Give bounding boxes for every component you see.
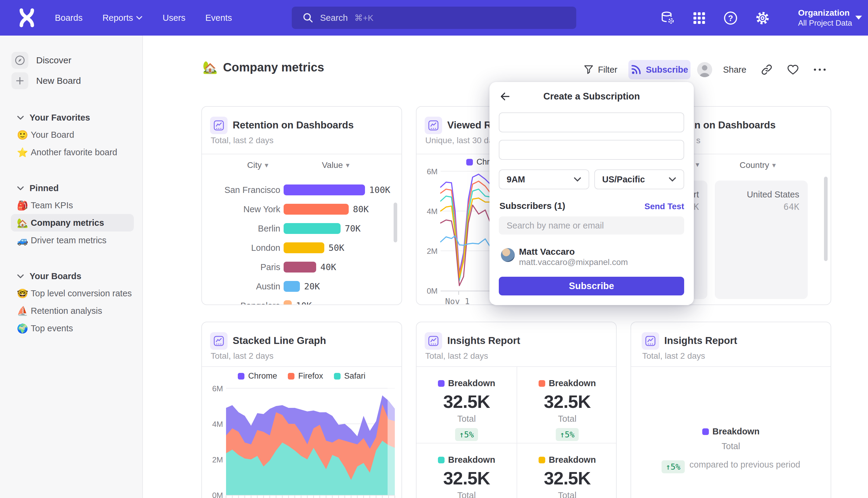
filter-label: Filter (598, 65, 617, 75)
breakdown-cell-united-states[interactable]: United States 64K (715, 181, 808, 299)
grid-divider-horizontal (416, 443, 616, 443)
search-shortcut: ⌘+K (355, 13, 373, 23)
subscribe-label: Subscribe (646, 65, 688, 75)
stacked-area-chart (202, 322, 402, 498)
mixpanel-logo[interactable] (17, 7, 37, 29)
sidebar-item-retention-analysis[interactable]: ⛵Retention analysis (11, 302, 134, 319)
row-value: 20K (304, 281, 320, 291)
column-header-clipped[interactable]: ▾ (696, 160, 699, 169)
nav-item-events[interactable]: Events (205, 13, 232, 23)
board-emoji: 🤓 (17, 288, 31, 299)
table-row-berlin[interactable]: Berlin70K (202, 219, 402, 238)
row-label: London (202, 243, 280, 253)
metric-value: 32.5K (443, 391, 490, 412)
sidebar-item-label: Company metrics (31, 218, 104, 228)
table-row-paris[interactable]: Paris40K (202, 258, 402, 277)
sidebar-section-pinned: Pinned🎒Team KPIs🏡Company metrics🚙Driver … (0, 180, 142, 249)
nav-item-boards[interactable]: Boards (55, 13, 83, 23)
copy-link-button[interactable] (761, 60, 773, 79)
metric-breakdown-1: Breakdown32.5KTotal↑5% (416, 378, 517, 441)
sidebar-section-your-favorites: Your Favorites🙂Your Board⭐Another favori… (0, 109, 142, 161)
card-scrollbar[interactable] (393, 202, 397, 243)
value-bar (284, 243, 324, 253)
sidebar-item-driver-team-metrics[interactable]: 🚙Driver team metrics (11, 232, 134, 249)
card-scrollbar[interactable] (824, 176, 828, 261)
sidebar-item-company-metrics[interactable]: 🏡Company metrics (11, 214, 134, 232)
filter-icon (584, 65, 594, 75)
sidebar-item-top-level-conversion-rates[interactable]: 🤓Top level conversion rates (11, 285, 134, 302)
table-row-san-francisco[interactable]: San Francisco100K (202, 180, 402, 199)
sidebar-item-label: Retention analysis (31, 306, 102, 316)
subscribe-button[interactable]: Subscribe (628, 60, 691, 79)
metric-sub: Total (558, 414, 576, 424)
ellipsis-icon (813, 64, 827, 76)
report-chart-icon (642, 332, 659, 350)
nav-item-users[interactable]: Users (162, 13, 185, 23)
timezone-select[interactable]: US/Pacific (595, 169, 684, 189)
value-bar (284, 262, 316, 273)
divider (631, 366, 831, 367)
time-select[interactable]: 9AM (499, 169, 589, 189)
sidebar-item-label: Discover (36, 55, 71, 65)
metric-sub: Total (558, 490, 576, 498)
subscriber-search-input[interactable] (499, 217, 684, 235)
sidebar-item-top-events[interactable]: 🌍Top events (11, 319, 134, 337)
metric-value: 32.5K (544, 391, 590, 412)
metric-value: 32.5K (544, 468, 590, 489)
channel-tabs (499, 113, 684, 132)
row-label: Berlin (202, 224, 280, 234)
org-switcher[interactable]: Organization All Project Data (798, 8, 858, 28)
favorite-button[interactable] (787, 60, 799, 79)
board-emoji: 🎒 (17, 200, 31, 211)
legend-swatch (538, 380, 545, 387)
table-row-new-york[interactable]: New York80K (202, 199, 402, 219)
row-value: 10K (296, 301, 312, 305)
sidebar-item-label: Your Board (31, 130, 74, 140)
sidebar-item-another-favorite-board[interactable]: ⭐Another favorite board (11, 144, 134, 161)
column-header-value[interactable]: Value▾ (322, 160, 350, 170)
sidebar-section-header-your-boards[interactable]: Your Boards (17, 268, 142, 285)
compass-icon (12, 52, 28, 69)
metric-breakdown-total: Breakdown Total ↑5% compared to previous… (631, 427, 831, 473)
sidebar-item-discover[interactable]: Discover (12, 51, 142, 70)
metric-sub: Total (722, 441, 740, 451)
nav-item-reports[interactable]: Reports (103, 13, 143, 23)
subscribe-submit-button[interactable]: Subscribe (499, 277, 684, 296)
sidebar-section-header-your-favorites[interactable]: Your Favorites (17, 109, 142, 126)
metric-label: Breakdown (438, 378, 495, 388)
row-value: 100K (369, 185, 390, 195)
org-project: All Project Data (798, 18, 858, 28)
settings-gear-icon[interactable] (755, 10, 770, 26)
chevron-down-icon (574, 176, 582, 182)
global-search-input[interactable]: Search ⌘+K (292, 6, 576, 29)
nav-links: BoardsReportsUsersEvents (55, 13, 232, 23)
help-icon[interactable]: ? (723, 10, 738, 26)
sidebar-section-header-pinned[interactable]: Pinned (17, 180, 142, 197)
more-options-button[interactable] (813, 60, 827, 79)
metric-breakdown-2: Breakdown32.5KTotal↑5% (517, 378, 617, 441)
sidebar-item-your-board[interactable]: 🙂Your Board (11, 126, 134, 144)
app-window: BoardsReportsUsersEvents Search ⌘+K (0, 0, 868, 498)
send-test-link[interactable]: Send Test (644, 202, 684, 211)
filter-button[interactable]: Filter (584, 60, 617, 79)
board-title: 🏡 Company metrics (202, 60, 324, 75)
value-bar (284, 281, 300, 292)
data-management-icon[interactable] (660, 10, 676, 26)
sidebar-item-new-board[interactable]: New Board (12, 71, 142, 90)
legend-swatch (438, 380, 444, 387)
column-header-country[interactable]: Country▾ (739, 160, 776, 170)
apps-grid-icon[interactable] (691, 10, 707, 26)
table-row-austin[interactable]: Austin20K (202, 277, 402, 296)
card-subtitle: Total, last 2 days (211, 136, 273, 145)
sidebar-item-label: Top events (31, 324, 73, 333)
share-button[interactable]: Share (723, 60, 746, 79)
mixpanel-logo-icon (18, 8, 36, 28)
metric-label: Breakdown (438, 455, 495, 465)
card-title-clipped: n on Dashboards (694, 119, 776, 131)
table-row-bangalore[interactable]: Bangalore10K (202, 296, 402, 305)
table-row-london[interactable]: London50K (202, 238, 402, 258)
search-icon (303, 12, 313, 23)
board-owner-avatar[interactable] (697, 62, 712, 77)
sidebar-item-team-kpis[interactable]: 🎒Team KPIs (11, 197, 134, 214)
column-header-city[interactable]: City▾ (247, 160, 268, 170)
